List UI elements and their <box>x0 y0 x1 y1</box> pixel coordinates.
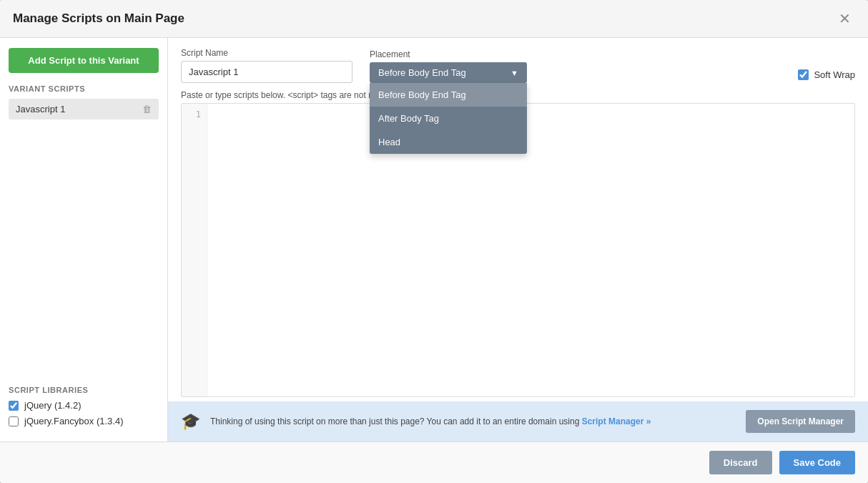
script-item-name: Javascript 1 <box>16 104 65 114</box>
save-code-button[interactable]: Save Code <box>779 451 855 474</box>
info-text: Thinking of using this script on more th… <box>210 416 736 426</box>
library-item-fancybox: jQuery.Fancybox (1.3.4) <box>9 416 159 426</box>
placement-option-after-body[interactable]: After Body Tag <box>370 107 527 130</box>
placement-option-before-body-end[interactable]: Before Body End Tag <box>370 83 527 107</box>
chevron-down-icon: ▼ <box>511 69 518 77</box>
placement-dropdown[interactable]: Before Body End Tag ▼ Before Body End Ta… <box>370 62 527 83</box>
placement-selected-text: Before Body End Tag <box>378 67 466 78</box>
info-banner: 🎓 Thinking of using this script on more … <box>168 401 868 441</box>
placement-selected[interactable]: Before Body End Tag ▼ <box>370 62 527 83</box>
modal-header: Manage Scripts on Main Page ✕ <box>0 0 868 38</box>
add-script-button[interactable]: Add Script to this Variant <box>9 48 159 73</box>
placement-option-head[interactable]: Head <box>370 130 527 154</box>
soft-wrap-area: Soft Wrap <box>798 69 855 83</box>
placement-dropdown-menu: Before Body End Tag After Body Tag Head <box>370 83 527 154</box>
manage-scripts-modal: Manage Scripts on Main Page ✕ Add Script… <box>0 0 868 483</box>
library-jquery-checkbox[interactable] <box>9 401 19 411</box>
script-libraries-section: SCRIPT LIBRARIES jQuery (1.4.2) jQuery.F… <box>9 386 159 431</box>
soft-wrap-label: Soft Wrap <box>814 69 855 80</box>
script-libraries-label: SCRIPT LIBRARIES <box>9 386 159 394</box>
script-toolbar: Script Name Placement Before Body End Ta… <box>168 38 868 83</box>
open-script-manager-button[interactable]: Open Script Manager <box>746 410 855 433</box>
modal-body: Add Script to this Variant VARIANT SCRIP… <box>0 38 868 441</box>
library-fancybox-checkbox[interactable] <box>9 416 19 426</box>
close-button[interactable]: ✕ <box>834 10 855 27</box>
library-fancybox-label: jQuery.Fancybox (1.3.4) <box>24 416 123 426</box>
soft-wrap-checkbox[interactable] <box>798 69 809 80</box>
library-item-jquery: jQuery (1.4.2) <box>9 400 159 411</box>
line-numbers: 1 <box>182 104 207 396</box>
script-editor[interactable] <box>207 104 854 396</box>
delete-script-icon[interactable]: 🗑 <box>142 104 152 114</box>
modal-footer: Discard Save Code <box>0 441 868 483</box>
discard-button[interactable]: Discard <box>709 451 772 474</box>
script-name-field-group: Script Name <box>181 48 352 83</box>
placement-label: Placement <box>370 49 527 59</box>
library-jquery-label: jQuery (1.4.2) <box>24 400 81 411</box>
script-name-label: Script Name <box>181 48 352 58</box>
variant-scripts-label: VARIANT SCRIPTS <box>9 84 159 93</box>
main-content: Script Name Placement Before Body End Ta… <box>168 38 868 441</box>
graduation-cap-icon: 🎓 <box>181 412 200 431</box>
info-text-content: Thinking of using this script on more th… <box>210 416 582 426</box>
script-manager-link[interactable]: Script Manager » <box>582 416 651 426</box>
script-name-input[interactable] <box>181 61 352 83</box>
line-number-1: 1 <box>182 108 207 121</box>
sidebar: Add Script to this Variant VARIANT SCRIP… <box>0 38 168 441</box>
script-list-item[interactable]: Javascript 1 🗑 <box>9 99 159 119</box>
placement-field-group: Placement Before Body End Tag ▼ Before B… <box>370 49 527 83</box>
modal-title: Manage Scripts on Main Page <box>13 11 184 26</box>
